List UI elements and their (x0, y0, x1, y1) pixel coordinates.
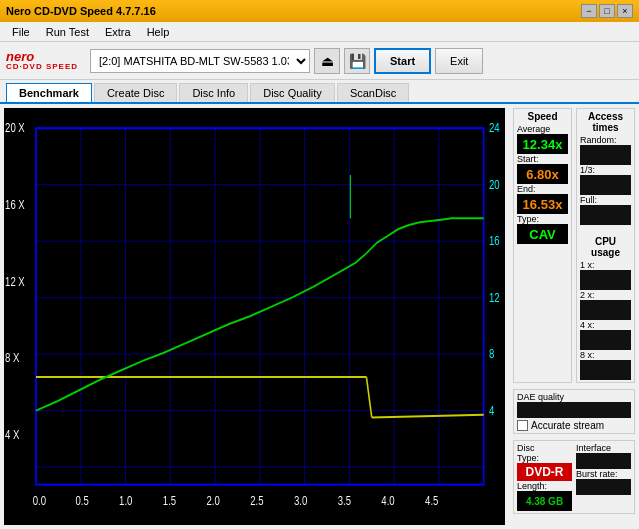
svg-text:8 X: 8 X (5, 351, 20, 364)
menubar: File Run Test Extra Help (0, 22, 639, 42)
random-value (580, 145, 631, 165)
speed-section: Speed Average 12.34x Start: 6.80x End: 1… (513, 108, 572, 383)
1x-label: 1 x: (580, 260, 631, 270)
8x-value (580, 360, 631, 380)
interface-col: Interface Burst rate: (576, 443, 631, 511)
end-speed-label: End: (517, 184, 568, 194)
titlebar: Nero CD-DVD Speed 4.7.7.16 − □ × (0, 0, 639, 22)
full-value (580, 205, 631, 225)
menu-run-test[interactable]: Run Test (38, 24, 97, 40)
minimize-button[interactable]: − (581, 4, 597, 18)
svg-text:4.0: 4.0 (381, 494, 394, 507)
speed-chart: 24 20 16 12 8 4 20 X 16 X 12 X 8 X 4 X 0… (4, 108, 505, 525)
one-third-value (580, 175, 631, 195)
dae-value (517, 402, 631, 418)
drive-selector[interactable]: [2:0] MATSHITA BD-MLT SW-5583 1.03 (90, 49, 310, 73)
one-third-label: 1/3: (580, 165, 631, 175)
interface-title: Interface (576, 443, 631, 453)
svg-text:24: 24 (489, 121, 500, 134)
window-title: Nero CD-DVD Speed 4.7.7.16 (6, 5, 156, 17)
stream-label: stream (573, 420, 604, 431)
speed-access-row: Speed Average 12.34x Start: 6.80x End: 1… (513, 108, 635, 383)
svg-text:20: 20 (489, 178, 500, 191)
end-speed-value: 16.53x (517, 194, 568, 214)
start-speed-value: 6.80x (517, 164, 568, 184)
full-label: Full: (580, 195, 631, 205)
speed-title: Speed (517, 111, 568, 122)
svg-text:16: 16 (489, 234, 500, 247)
svg-text:1.5: 1.5 (163, 494, 176, 507)
disc-length-value: 4.38 GB (517, 491, 572, 511)
svg-text:16 X: 16 X (5, 198, 25, 211)
svg-text:0.0: 0.0 (33, 494, 46, 507)
menu-help[interactable]: Help (139, 24, 178, 40)
toolbar: nero CD·DVD SPEED [2:0] MATSHITA BD-MLT … (0, 42, 639, 80)
svg-text:2.0: 2.0 (207, 494, 220, 507)
chart-area: 24 20 16 12 8 4 20 X 16 X 12 X 8 X 4 X 0… (4, 108, 505, 525)
right-panel: Speed Average 12.34x Start: 6.80x End: 1… (509, 104, 639, 529)
access-section: Access times Random: 1/3: Full: CPU usag… (576, 108, 635, 383)
average-label: Average (517, 124, 568, 134)
8x-label: 8 x: (580, 350, 631, 360)
start-speed-label: Start: (517, 154, 568, 164)
menu-extra[interactable]: Extra (97, 24, 139, 40)
tab-benchmark[interactable]: Benchmark (6, 83, 92, 102)
main-content: 24 20 16 12 8 4 20 X 16 X 12 X 8 X 4 X 0… (0, 104, 639, 529)
menu-file[interactable]: File (4, 24, 38, 40)
2x-label: 2 x: (580, 290, 631, 300)
svg-text:3.5: 3.5 (338, 494, 351, 507)
svg-text:12: 12 (489, 291, 500, 304)
nero-logo: nero CD·DVD SPEED (6, 50, 78, 71)
burst-value (576, 479, 631, 495)
tab-scan-disc[interactable]: ScanDisc (337, 83, 409, 102)
tab-create-disc[interactable]: Create Disc (94, 83, 177, 102)
exit-button[interactable]: Exit (435, 48, 483, 74)
disc-type-label: Disc (517, 443, 572, 453)
disc-type-col: Disc Type: DVD-R Length: 4.38 GB (517, 443, 572, 511)
svg-text:12 X: 12 X (5, 274, 25, 287)
dae-section: DAE quality Accurate stream (513, 389, 635, 434)
burst-label: Burst rate: (576, 469, 631, 479)
tabs-bar: Benchmark Create Disc Disc Info Disc Qua… (0, 80, 639, 104)
eject-icon-button[interactable]: ⏏ (314, 48, 340, 74)
random-label: Random: (580, 135, 631, 145)
cpu-title: CPU usage (580, 236, 631, 258)
accurate-label: Accurate (531, 420, 570, 431)
1x-value (580, 270, 631, 290)
interface-value (576, 453, 631, 469)
type-value: CAV (517, 224, 568, 244)
svg-text:4: 4 (489, 404, 494, 417)
svg-text:1.0: 1.0 (119, 494, 132, 507)
tab-disc-info[interactable]: Disc Info (179, 83, 248, 102)
save-icon-button[interactable]: 💾 (344, 48, 370, 74)
access-title: Access times (580, 111, 631, 133)
average-value: 12.34x (517, 134, 568, 154)
close-button[interactable]: × (617, 4, 633, 18)
maximize-button[interactable]: □ (599, 4, 615, 18)
accurate-stream-checkbox[interactable] (517, 420, 528, 431)
svg-text:2.5: 2.5 (250, 494, 263, 507)
accurate-stream-row: Accurate stream (517, 420, 631, 431)
4x-label: 4 x: (580, 320, 631, 330)
window-controls[interactable]: − □ × (581, 4, 633, 18)
svg-text:20 X: 20 X (5, 121, 25, 134)
4x-value (580, 330, 631, 350)
2x-value (580, 300, 631, 320)
svg-text:8: 8 (489, 347, 494, 360)
disc-type-sub: Type: (517, 453, 572, 463)
disc-type-value: DVD-R (517, 463, 572, 481)
svg-text:4.5: 4.5 (425, 494, 438, 507)
disc-section: Disc Type: DVD-R Length: 4.38 GB Interfa… (513, 440, 635, 514)
svg-text:3.0: 3.0 (294, 494, 307, 507)
svg-text:0.5: 0.5 (75, 494, 88, 507)
dae-title: DAE quality (517, 392, 631, 402)
tab-disc-quality[interactable]: Disc Quality (250, 83, 335, 102)
disc-interface-row: Disc Type: DVD-R Length: 4.38 GB Interfa… (517, 443, 631, 511)
type-label: Type: (517, 214, 568, 224)
svg-text:4 X: 4 X (5, 428, 20, 441)
nero-logo-bottom: CD·DVD SPEED (6, 63, 78, 71)
disc-length-label: Length: (517, 481, 572, 491)
start-button[interactable]: Start (374, 48, 431, 74)
svg-rect-0 (4, 108, 505, 525)
